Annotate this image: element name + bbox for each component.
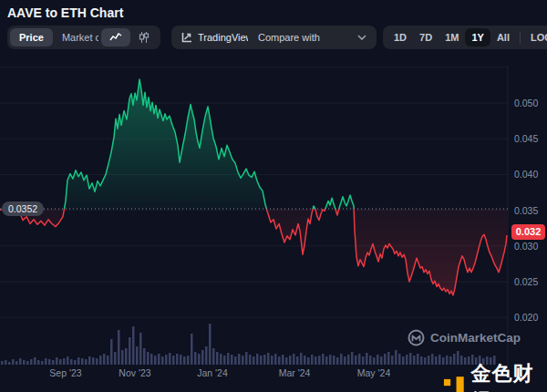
compare-with-dropdown[interactable]: Compare with [248, 26, 377, 49]
volume-bar [278, 356, 281, 365]
volume-bar [263, 355, 266, 365]
volume-bar [395, 350, 397, 365]
volume-bar [63, 358, 66, 365]
volume-bar [114, 352, 117, 365]
volume-bar [329, 355, 332, 365]
jinse-watermark-text: 金色财经 [470, 360, 547, 392]
y-axis-label: 0.020 [514, 312, 538, 323]
volume-bar [336, 357, 339, 365]
volume-bar [165, 355, 168, 365]
tab-price[interactable]: Price [10, 28, 53, 46]
volume-bar [125, 348, 128, 365]
chart-type-toggle [98, 26, 160, 49]
volume-bar [285, 357, 288, 365]
volume-bar [172, 356, 175, 365]
volume-bar [26, 361, 29, 365]
y-axis-label: 0.045 [514, 133, 538, 144]
coinmarketcap-watermark-text: CoinMarketCap [430, 331, 521, 345]
volume-bar [176, 354, 179, 365]
current-price-badge: 0.032 [511, 224, 545, 240]
volume-bar [48, 359, 51, 365]
candlestick-chart-type-button[interactable] [130, 28, 158, 46]
volume-bar [391, 356, 394, 365]
volume-bar [88, 356, 91, 365]
log-scale-toggle[interactable]: LOG [524, 28, 547, 46]
volume-bar [212, 348, 215, 365]
volume-bar [409, 353, 412, 365]
y-axis-label: 0.040 [514, 169, 538, 180]
volume-bar [198, 354, 201, 365]
range-7d[interactable]: 7D [413, 28, 439, 46]
volume-bar [387, 352, 390, 365]
line-chart-type-button[interactable] [101, 28, 130, 46]
volume-bar [15, 361, 18, 365]
volume-bar [81, 358, 84, 365]
volume-bar [282, 355, 284, 365]
volume-bar [311, 355, 314, 365]
x-axis-label: Sep '23 [34, 367, 98, 378]
volume-bar [322, 354, 325, 365]
volume-bar [132, 326, 135, 365]
volume-bar [242, 356, 244, 365]
volume-bar [220, 354, 222, 365]
volume-bar [187, 356, 190, 365]
volume-bar [296, 356, 299, 365]
range-1m[interactable]: 1M [439, 28, 465, 46]
volume-bar [377, 355, 379, 365]
y-axis-label: 0.030 [514, 241, 538, 252]
page-title: AAVE to ETH Chart [7, 5, 123, 20]
volume-bar [19, 358, 22, 365]
volume-bar [136, 346, 139, 365]
volume-bar [150, 354, 153, 365]
volume-bar [180, 355, 182, 365]
volume-bar [34, 357, 36, 365]
volume-bar [369, 356, 372, 365]
volume-bar [154, 356, 157, 365]
volume-bar [158, 354, 160, 365]
volume-bar [12, 359, 15, 365]
volume-bar [293, 354, 295, 365]
y-axis-label: 0.035 [514, 205, 538, 216]
y-axis-label: 0.025 [514, 276, 538, 287]
volume-bar [315, 356, 317, 365]
volume-bar [41, 361, 44, 365]
timeframe-group: 1D 7D 1M 1Y All LOG ⋯ [383, 26, 547, 49]
volume-bar [260, 356, 263, 365]
volume-bar [183, 356, 186, 365]
volume-bar [307, 357, 310, 365]
volume-bar [424, 357, 427, 365]
volume-bar [253, 356, 255, 365]
volume-bar [344, 356, 346, 365]
volume-bar [194, 352, 197, 365]
volume-bar [234, 356, 237, 365]
volume-bar [74, 360, 77, 365]
volume-bar [439, 355, 441, 365]
volume-bar [267, 353, 270, 365]
range-all[interactable]: All [490, 28, 516, 46]
volume-bar [351, 352, 354, 365]
x-axis-label: Nov '23 [103, 367, 167, 378]
range-1d[interactable]: 1D [387, 28, 413, 46]
volume-bar [118, 330, 120, 365]
volume-bar [169, 353, 171, 365]
volume-bar [143, 348, 146, 365]
baseline-price-label: 0.0352 [2, 201, 44, 216]
candlestick-icon [139, 32, 150, 43]
range-1y[interactable]: 1Y [465, 28, 490, 46]
volume-bar [231, 355, 233, 365]
volume-bar [147, 352, 150, 365]
volume-bar [59, 359, 62, 365]
volume-bar [271, 356, 274, 365]
price-chart-canvas[interactable] [0, 53, 547, 365]
volume-bar [333, 356, 335, 365]
volume-bar [318, 356, 321, 365]
volume-bar [274, 354, 277, 365]
x-axis-label: May '24 [342, 367, 406, 378]
volume-bar [191, 334, 193, 365]
volume-bar [205, 346, 208, 365]
volume-bar [23, 360, 26, 365]
volume-bar [340, 354, 343, 365]
volume-bar [413, 356, 416, 365]
volume-bar [420, 356, 423, 365]
volume-bar [110, 339, 113, 365]
